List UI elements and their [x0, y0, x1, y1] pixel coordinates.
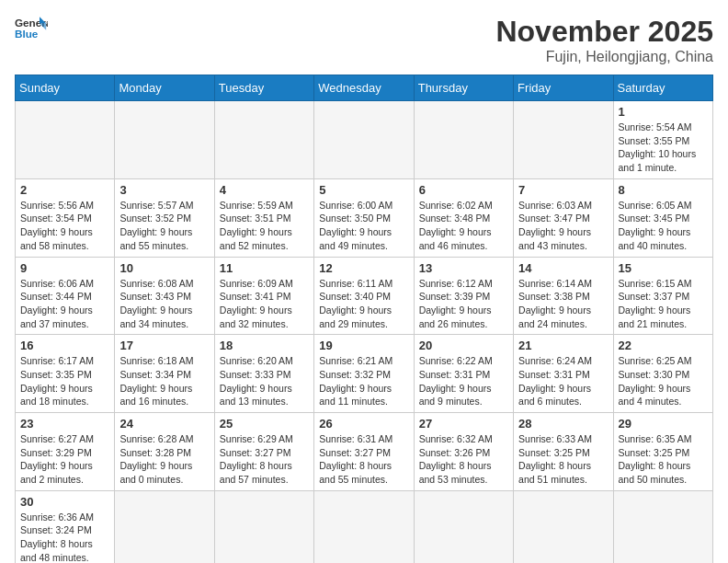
calendar-day-header: Saturday — [613, 75, 712, 101]
calendar-week-row: 1Sunrise: 5:54 AM Sunset: 3:55 PM Daylig… — [16, 101, 713, 179]
day-info: Sunrise: 6:24 AM Sunset: 3:31 PM Dayligh… — [518, 354, 608, 408]
calendar-day-cell — [16, 101, 115, 179]
calendar-day-cell: 3Sunrise: 5:57 AM Sunset: 3:52 PM Daylig… — [115, 178, 214, 257]
day-info: Sunrise: 6:08 AM Sunset: 3:43 PM Dayligh… — [119, 277, 209, 331]
calendar-day-header: Wednesday — [314, 75, 414, 101]
svg-text:Blue: Blue — [15, 28, 39, 40]
day-number: 19 — [319, 339, 408, 352]
day-info: Sunrise: 6:03 AM Sunset: 3:47 PM Dayligh… — [518, 199, 608, 253]
calendar-day-cell — [115, 490, 214, 563]
day-number: 4 — [220, 183, 309, 197]
day-info: Sunrise: 6:18 AM Sunset: 3:34 PM Dayligh… — [119, 354, 209, 408]
calendar-day-header: Friday — [514, 75, 613, 101]
day-number: 5 — [319, 183, 408, 197]
day-info: Sunrise: 6:06 AM Sunset: 3:44 PM Dayligh… — [20, 277, 109, 331]
logo-icon: General Blue — [15, 15, 48, 40]
day-info: Sunrise: 6:29 AM Sunset: 3:27 PM Dayligh… — [220, 432, 309, 487]
day-info: Sunrise: 6:22 AM Sunset: 3:31 PM Dayligh… — [419, 354, 508, 408]
calendar-day-cell — [314, 101, 414, 179]
day-info: Sunrise: 6:05 AM Sunset: 3:45 PM Dayligh… — [619, 199, 708, 253]
day-number: 8 — [619, 183, 708, 197]
calendar-day-cell: 11Sunrise: 6:09 AM Sunset: 3:41 PM Dayli… — [214, 257, 313, 335]
month-title: November 2025 — [495, 15, 713, 49]
day-number: 10 — [119, 261, 209, 275]
calendar-day-cell: 17Sunrise: 6:18 AM Sunset: 3:34 PM Dayli… — [115, 335, 214, 413]
day-info: Sunrise: 6:02 AM Sunset: 3:48 PM Dayligh… — [419, 199, 508, 253]
day-info: Sunrise: 6:12 AM Sunset: 3:39 PM Dayligh… — [419, 277, 508, 331]
calendar-day-cell: 12Sunrise: 6:11 AM Sunset: 3:40 PM Dayli… — [314, 257, 414, 335]
calendar-day-cell — [613, 490, 712, 563]
day-number: 7 — [518, 183, 608, 197]
day-number: 14 — [518, 261, 608, 275]
day-number: 26 — [319, 417, 408, 431]
calendar-day-cell: 28Sunrise: 6:33 AM Sunset: 3:25 PM Dayli… — [514, 413, 613, 491]
day-number: 11 — [220, 261, 309, 275]
calendar-table: SundayMondayTuesdayWednesdayThursdayFrid… — [15, 75, 713, 563]
day-info: Sunrise: 6:28 AM Sunset: 3:28 PM Dayligh… — [119, 432, 209, 487]
day-info: Sunrise: 6:21 AM Sunset: 3:32 PM Dayligh… — [319, 354, 408, 408]
calendar-day-cell — [214, 490, 313, 563]
calendar-day-cell — [314, 490, 414, 563]
day-info: Sunrise: 6:00 AM Sunset: 3:50 PM Dayligh… — [319, 199, 408, 253]
day-info: Sunrise: 5:54 AM Sunset: 3:55 PM Dayligh… — [619, 121, 708, 175]
day-info: Sunrise: 6:27 AM Sunset: 3:29 PM Dayligh… — [20, 432, 109, 487]
calendar-day-cell: 7Sunrise: 6:03 AM Sunset: 3:47 PM Daylig… — [514, 178, 613, 257]
day-number: 12 — [319, 261, 408, 275]
calendar-day-cell: 29Sunrise: 6:35 AM Sunset: 3:25 PM Dayli… — [613, 413, 712, 491]
day-number: 28 — [518, 417, 608, 431]
calendar-day-cell: 24Sunrise: 6:28 AM Sunset: 3:28 PM Dayli… — [115, 413, 214, 491]
calendar-day-cell: 26Sunrise: 6:31 AM Sunset: 3:27 PM Dayli… — [314, 413, 414, 491]
calendar-day-header: Thursday — [414, 75, 513, 101]
day-info: Sunrise: 5:59 AM Sunset: 3:51 PM Dayligh… — [220, 199, 309, 253]
day-info: Sunrise: 5:56 AM Sunset: 3:54 PM Dayligh… — [20, 199, 109, 253]
day-number: 22 — [619, 339, 708, 352]
day-number: 1 — [619, 105, 708, 119]
calendar-day-cell: 27Sunrise: 6:32 AM Sunset: 3:26 PM Dayli… — [414, 413, 513, 491]
day-number: 27 — [419, 417, 508, 431]
calendar-day-cell — [514, 101, 613, 179]
day-info: Sunrise: 6:20 AM Sunset: 3:33 PM Dayligh… — [220, 354, 309, 408]
calendar-day-cell — [514, 490, 613, 563]
day-number: 21 — [518, 339, 608, 352]
calendar-day-cell: 30Sunrise: 6:36 AM Sunset: 3:24 PM Dayli… — [16, 490, 115, 563]
day-number: 13 — [419, 261, 508, 275]
calendar-day-cell: 20Sunrise: 6:22 AM Sunset: 3:31 PM Dayli… — [414, 335, 513, 413]
day-number: 23 — [20, 417, 109, 431]
calendar-day-cell: 19Sunrise: 6:21 AM Sunset: 3:32 PM Dayli… — [314, 335, 414, 413]
day-number: 9 — [20, 261, 109, 275]
calendar-day-header: Tuesday — [214, 75, 313, 101]
calendar-day-header: Sunday — [16, 75, 115, 101]
calendar-day-cell: 9Sunrise: 6:06 AM Sunset: 3:44 PM Daylig… — [16, 257, 115, 335]
day-number: 30 — [20, 495, 109, 509]
title-block: November 2025 Fujin, Heilongjiang, China — [495, 15, 713, 65]
calendar-day-cell: 5Sunrise: 6:00 AM Sunset: 3:50 PM Daylig… — [314, 178, 414, 257]
location: Fujin, Heilongjiang, China — [495, 49, 713, 65]
calendar-day-cell: 1Sunrise: 5:54 AM Sunset: 3:55 PM Daylig… — [613, 101, 712, 179]
calendar-day-cell: 15Sunrise: 6:15 AM Sunset: 3:37 PM Dayli… — [613, 257, 712, 335]
calendar-day-cell: 4Sunrise: 5:59 AM Sunset: 3:51 PM Daylig… — [214, 178, 313, 257]
day-number: 17 — [119, 339, 209, 352]
calendar-week-row: 30Sunrise: 6:36 AM Sunset: 3:24 PM Dayli… — [16, 490, 713, 563]
calendar-day-cell: 16Sunrise: 6:17 AM Sunset: 3:35 PM Dayli… — [16, 335, 115, 413]
calendar-day-cell: 14Sunrise: 6:14 AM Sunset: 3:38 PM Dayli… — [514, 257, 613, 335]
day-number: 18 — [220, 339, 309, 352]
calendar-day-cell — [414, 490, 513, 563]
logo: General Blue — [15, 15, 48, 40]
calendar-week-row: 16Sunrise: 6:17 AM Sunset: 3:35 PM Dayli… — [16, 335, 713, 413]
calendar-day-header: Monday — [115, 75, 214, 101]
calendar-day-cell — [414, 101, 513, 179]
calendar-week-row: 2Sunrise: 5:56 AM Sunset: 3:54 PM Daylig… — [16, 178, 713, 257]
day-info: Sunrise: 6:36 AM Sunset: 3:24 PM Dayligh… — [20, 511, 109, 563]
day-info: Sunrise: 6:15 AM Sunset: 3:37 PM Dayligh… — [619, 277, 708, 331]
day-number: 3 — [119, 183, 209, 197]
day-info: Sunrise: 6:33 AM Sunset: 3:25 PM Dayligh… — [518, 432, 608, 487]
day-info: Sunrise: 6:14 AM Sunset: 3:38 PM Dayligh… — [518, 277, 608, 331]
day-number: 16 — [20, 339, 109, 352]
calendar-day-cell: 18Sunrise: 6:20 AM Sunset: 3:33 PM Dayli… — [214, 335, 313, 413]
calendar-day-cell: 25Sunrise: 6:29 AM Sunset: 3:27 PM Dayli… — [214, 413, 313, 491]
day-info: Sunrise: 5:57 AM Sunset: 3:52 PM Dayligh… — [119, 199, 209, 253]
page-header: General Blue November 2025 Fujin, Heilon… — [15, 15, 713, 65]
day-info: Sunrise: 6:09 AM Sunset: 3:41 PM Dayligh… — [220, 277, 309, 331]
calendar-header-row: SundayMondayTuesdayWednesdayThursdayFrid… — [16, 75, 713, 101]
day-number: 15 — [619, 261, 708, 275]
